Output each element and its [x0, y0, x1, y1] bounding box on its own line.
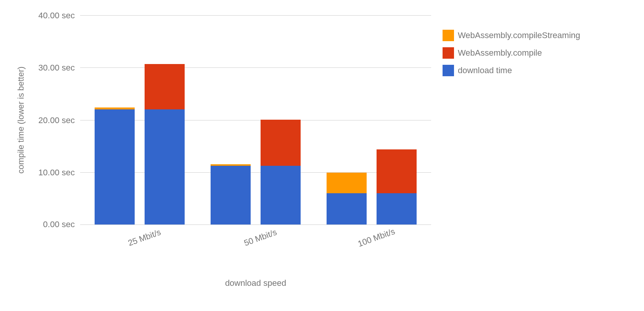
legend-swatch-icon: [443, 65, 454, 76]
bar-segment-download: [95, 109, 135, 225]
y-axis-title: compile time (lower is better): [16, 66, 26, 173]
bar-segment-download: [377, 193, 417, 225]
bar-segment-download: [261, 166, 301, 224]
y-tick-label: 40.00 sec: [39, 11, 80, 21]
y-tick-label: 30.00 sec: [39, 63, 80, 73]
bar-segment-streaming: [327, 173, 367, 193]
x-axis-title: download speed: [225, 278, 286, 288]
legend-label: WebAssembly.compile: [458, 48, 542, 58]
legend: WebAssembly.compileStreaming WebAssembly…: [443, 30, 580, 82]
y-tick-label: 20.00 sec: [39, 115, 80, 125]
legend-label: download time: [458, 66, 512, 75]
legend-item: WebAssembly.compile: [443, 47, 580, 59]
legend-item: download time: [443, 65, 580, 76]
plot-area: 40.00 sec 30.00 sec 20.00 sec 10.00 sec …: [80, 15, 431, 225]
legend-swatch-icon: [443, 30, 454, 41]
legend-swatch-icon: [443, 47, 454, 59]
bar-segment-compile: [261, 120, 301, 166]
bar-segment-download: [145, 109, 185, 225]
gridline: 30.00 sec: [80, 67, 431, 68]
legend-item: WebAssembly.compileStreaming: [443, 30, 580, 41]
gridline: 40.00 sec: [80, 15, 431, 16]
bar-segment-download: [327, 193, 367, 225]
y-tick-label: 0.00 sec: [43, 220, 80, 229]
chart: compile time (lower is better) download …: [0, 0, 644, 311]
bar-segment-compile: [377, 149, 417, 193]
legend-label: WebAssembly.compileStreaming: [458, 30, 580, 40]
bar-segment-download: [211, 166, 251, 224]
y-tick-label: 10.00 sec: [39, 168, 80, 178]
bar-segment-compile: [145, 64, 185, 109]
